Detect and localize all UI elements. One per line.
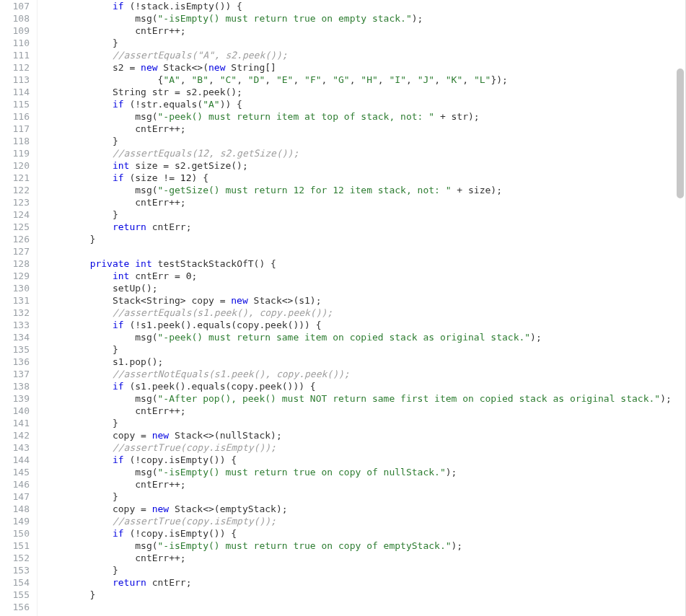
code-line: //assertTrue(copy.isEmpty()); xyxy=(45,441,685,454)
line-number: 128 xyxy=(0,258,30,270)
line-number: 139 xyxy=(0,392,30,405)
code-line: msg("-getSize() must return 12 for 12 it… xyxy=(45,184,685,196)
line-number: 140 xyxy=(0,405,30,417)
line-number: 127 xyxy=(0,245,30,258)
line-number: 116 xyxy=(0,110,30,123)
code-line: s2 = new Stack<>(new String[] xyxy=(45,61,685,74)
code-line: } xyxy=(45,417,685,429)
line-number: 134 xyxy=(0,331,30,343)
line-number: 124 xyxy=(0,208,30,221)
line-number: 155 xyxy=(0,589,30,601)
vertical-scrollbar[interactable] xyxy=(674,0,685,616)
code-line: msg("-After pop(), peek() must NOT retur… xyxy=(45,392,685,405)
line-number: 151 xyxy=(0,540,30,552)
code-line: copy = new Stack<>(nullStack); xyxy=(45,429,685,441)
code-line: if (!copy.isEmpty()) { xyxy=(45,527,685,540)
code-line: //assertEquals("A", s2.peek()); xyxy=(45,49,685,61)
line-number: 120 xyxy=(0,159,30,172)
line-number: 113 xyxy=(0,74,30,86)
line-number: 110 xyxy=(0,37,30,49)
code-line: msg("-isEmpty() must return true on copy… xyxy=(45,466,685,478)
code-line: if (!copy.isEmpty()) { xyxy=(45,454,685,466)
code-line: if (s1.peek().equals(copy.peek())) { xyxy=(45,380,685,392)
line-number: 118 xyxy=(0,135,30,147)
line-number: 148 xyxy=(0,503,30,515)
code-line: //assertNotEquals(s1.peek(), copy.peek()… xyxy=(45,368,685,380)
code-line: } xyxy=(45,208,685,221)
code-line: //assertTrue(copy.isEmpty()); xyxy=(45,515,685,527)
code-line: } xyxy=(45,589,685,601)
code-line: cntErr++; xyxy=(45,196,685,208)
code-line: } xyxy=(45,490,685,503)
code-line: } xyxy=(45,135,685,147)
line-number: 121 xyxy=(0,172,30,184)
scrollbar-thumb[interactable] xyxy=(677,69,684,198)
line-number: 115 xyxy=(0,98,30,110)
code-line xyxy=(45,601,685,613)
code-line: } xyxy=(45,233,685,245)
code-line: msg("-peek() must return item at top of … xyxy=(45,110,685,123)
code-line: } xyxy=(45,343,685,356)
line-number: 138 xyxy=(0,380,30,392)
code-line: msg("-isEmpty() must return true on copy… xyxy=(45,540,685,552)
line-number: 107 xyxy=(0,0,30,12)
line-number: 130 xyxy=(0,282,30,294)
code-line: int cntErr = 0; xyxy=(45,270,685,282)
line-number: 156 xyxy=(0,601,30,613)
code-line: if (!stack.isEmpty()) { xyxy=(45,0,685,12)
line-number: 142 xyxy=(0,429,30,441)
code-area[interactable]: if (!stack.isEmpty()) { msg("-isEmpty() … xyxy=(38,0,685,616)
line-number: 131 xyxy=(0,294,30,307)
line-number: 126 xyxy=(0,233,30,245)
line-number: 149 xyxy=(0,515,30,527)
code-line: s1.pop(); xyxy=(45,356,685,368)
line-number: 154 xyxy=(0,576,30,589)
code-editor: 1071081091101111121131141151161171181191… xyxy=(0,0,686,616)
code-line: return cntErr; xyxy=(45,221,685,233)
line-number: 145 xyxy=(0,466,30,478)
code-line: {"A", "B", "C", "D", "E", "F", "G", "H",… xyxy=(45,74,685,86)
code-line: cntErr++; xyxy=(45,405,685,417)
line-number: 112 xyxy=(0,61,30,74)
line-number: 117 xyxy=(0,123,30,135)
code-line: if (!str.equals("A")) { xyxy=(45,98,685,110)
code-line: return cntErr; xyxy=(45,576,685,589)
code-line: if (!s1.peek().equals(copy.peek())) { xyxy=(45,319,685,331)
code-line: msg("-isEmpty() must return true on empt… xyxy=(45,12,685,25)
line-number: 125 xyxy=(0,221,30,233)
line-number: 147 xyxy=(0,490,30,503)
line-number: 152 xyxy=(0,552,30,564)
line-number: 137 xyxy=(0,368,30,380)
line-number: 109 xyxy=(0,25,30,37)
line-number: 135 xyxy=(0,343,30,356)
line-number: 136 xyxy=(0,356,30,368)
line-number: 153 xyxy=(0,564,30,576)
code-line: int size = s2.getSize(); xyxy=(45,159,685,172)
code-line: Stack<String> copy = new Stack<>(s1); xyxy=(45,294,685,307)
code-line: String str = s2.peek(); xyxy=(45,86,685,98)
line-number: 143 xyxy=(0,441,30,454)
code-line: //assertEquals(s1.peek(), copy.peek()); xyxy=(45,307,685,319)
code-line: cntErr++; xyxy=(45,552,685,564)
line-number: 119 xyxy=(0,147,30,159)
line-number: 114 xyxy=(0,86,30,98)
line-number: 122 xyxy=(0,184,30,196)
line-number: 123 xyxy=(0,196,30,208)
code-line: msg("-peek() must return same item on co… xyxy=(45,331,685,343)
code-line: } xyxy=(45,37,685,49)
line-number: 108 xyxy=(0,12,30,25)
code-line: private int testStackStackOfT() { xyxy=(45,258,685,270)
line-number-gutter: 1071081091101111121131141151161171181191… xyxy=(0,0,38,616)
code-line: cntErr++; xyxy=(45,123,685,135)
line-number: 111 xyxy=(0,49,30,61)
line-number: 133 xyxy=(0,319,30,331)
code-line: if (size != 12) { xyxy=(45,172,685,184)
line-number: 144 xyxy=(0,454,30,466)
code-line: } xyxy=(45,564,685,576)
code-line: cntErr++; xyxy=(45,478,685,490)
line-number: 132 xyxy=(0,307,30,319)
line-number: 141 xyxy=(0,417,30,429)
code-line: copy = new Stack<>(emptyStack); xyxy=(45,503,685,515)
code-line: //assertEquals(12, s2.getSize()); xyxy=(45,147,685,159)
line-number: 129 xyxy=(0,270,30,282)
